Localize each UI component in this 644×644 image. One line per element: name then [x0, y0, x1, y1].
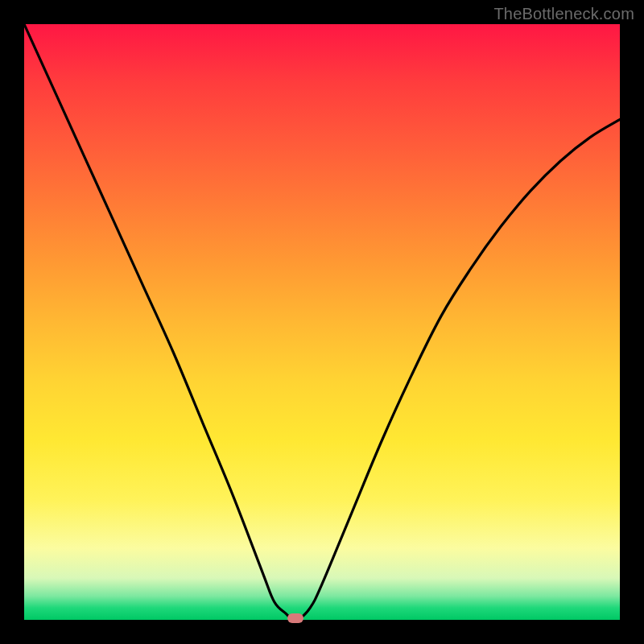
watermark-text: TheBottleneck.com: [493, 5, 634, 23]
plot-area: [24, 24, 620, 620]
chart-frame: TheBottleneck.com: [0, 0, 644, 644]
optimum-marker: [287, 613, 303, 623]
bottleneck-curve: [24, 24, 620, 620]
